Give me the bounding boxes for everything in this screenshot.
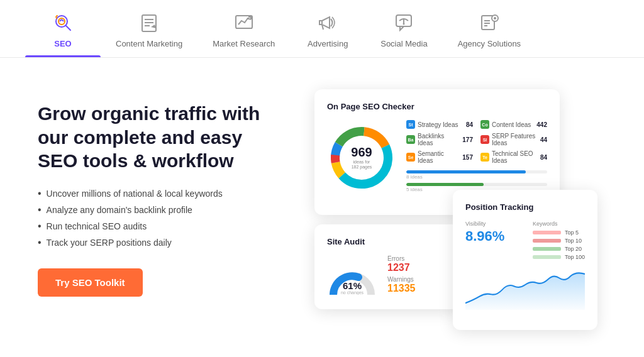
site-audit-title: Site Audit bbox=[327, 237, 447, 246]
area-chart bbox=[465, 266, 585, 310]
semantic-val: 157 bbox=[462, 154, 473, 161]
stat-content: Co Content Ideas 442 bbox=[480, 120, 547, 129]
audit-content: 61% no changes Errors 1237 Warnings 1133… bbox=[327, 255, 447, 297]
nav-item-advertising[interactable]: Advertising bbox=[290, 0, 365, 57]
stat-serp: SI SERP Features Ideas 44 bbox=[480, 133, 547, 146]
visibility-label: Visibility bbox=[465, 221, 504, 227]
svg-rect-9 bbox=[319, 21, 322, 25]
progress-bars: 8 ideas 5 ideas bbox=[406, 170, 547, 192]
content-badge: Co bbox=[480, 120, 489, 129]
semi-donut-chart: 61% no changes bbox=[327, 257, 377, 295]
donut-sub: ideas for182 pages bbox=[351, 160, 372, 170]
position-header: Visibility 8.96% Keywords Top 5 Top 10 bbox=[465, 221, 585, 262]
keywords-legend: Top 5 Top 10 Top 20 Top 100 bbox=[533, 229, 585, 260]
social-media-icon bbox=[392, 11, 415, 34]
stat-strategy: St Strategy Ideas 84 bbox=[406, 120, 473, 129]
feature-item-3: Run technical SEO audits bbox=[38, 221, 277, 232]
main-content: Grow organic traffic with our complete a… bbox=[0, 58, 644, 341]
serp-label: SERP Features Ideas bbox=[492, 133, 538, 146]
nav-item-market-research[interactable]: Market Research bbox=[197, 0, 290, 57]
legend-top20: Top 20 bbox=[565, 246, 582, 252]
nav-item-agency-solutions[interactable]: Agency Solutions bbox=[443, 0, 536, 57]
nav-label-market: Market Research bbox=[213, 39, 275, 48]
agency-solutions-icon bbox=[478, 11, 501, 34]
stats-grid: St Strategy Ideas 84 Co Content Ideas 44… bbox=[406, 120, 547, 164]
backlinks-val: 177 bbox=[462, 136, 473, 143]
technical-badge: Te bbox=[480, 153, 489, 162]
nav-label-seo: SEO bbox=[54, 39, 71, 48]
nav-label-agency: Agency Solutions bbox=[458, 39, 521, 48]
technical-val: 84 bbox=[540, 154, 547, 161]
feature-item-1: Uncover millions of national & local key… bbox=[38, 188, 277, 199]
audit-stats: Errors 1237 Warnings 11335 bbox=[387, 255, 416, 297]
legend-top10: Top 10 bbox=[565, 238, 582, 244]
content-marketing-icon bbox=[138, 11, 160, 34]
nav-label-advertising: Advertising bbox=[308, 39, 348, 48]
nav-item-social-media[interactable]: Social Media bbox=[365, 0, 442, 57]
nav-item-seo[interactable]: SEO bbox=[25, 0, 101, 57]
strategy-badge: St bbox=[406, 120, 415, 129]
seo-icon bbox=[52, 11, 74, 34]
serp-badge: SI bbox=[480, 135, 489, 144]
feature-item-4: Track your SERP positions daily bbox=[38, 237, 277, 248]
hero-section: Grow organic traffic with our complete a… bbox=[38, 89, 277, 297]
hero-headline: Grow organic traffic with our complete a… bbox=[38, 102, 277, 173]
legend-top100: Top 100 bbox=[565, 254, 585, 260]
site-audit-card: Site Audit 61% no changes bbox=[314, 224, 459, 309]
content-val: 442 bbox=[536, 121, 547, 128]
cta-button[interactable]: Try SEO Toolkit bbox=[38, 268, 143, 297]
position-tracking-title: Position Tracking bbox=[465, 202, 585, 212]
keywords-label: Keywords bbox=[533, 221, 585, 227]
advertising-icon bbox=[316, 11, 339, 34]
serp-val: 44 bbox=[540, 136, 547, 143]
svg-line-1 bbox=[66, 26, 70, 30]
legend-top5: Top 5 bbox=[565, 229, 579, 236]
feature-item-2: Analyze any domain's backlink profile bbox=[38, 204, 277, 216]
technical-label: Technical SEO Ideas bbox=[492, 150, 538, 164]
position-tracking-card: Position Tracking Visibility 8.96% Keywo… bbox=[453, 190, 597, 330]
svg-point-13 bbox=[403, 23, 405, 25]
donut-chart: 969 ideas for182 pages bbox=[327, 123, 396, 192]
navigation: SEO Content Marketing Market Research bbox=[0, 0, 644, 58]
nav-item-content-marketing[interactable]: Content Marketing bbox=[101, 0, 197, 57]
strategy-val: 84 bbox=[466, 121, 473, 128]
audit-sub: no changes bbox=[341, 290, 364, 295]
seo-checker-title: On Page SEO Checker bbox=[327, 102, 547, 111]
stat-technical: Te Technical SEO Ideas 84 bbox=[480, 150, 547, 164]
nav-label-content: Content Marketing bbox=[116, 39, 182, 48]
audit-errors: Errors 1237 bbox=[387, 255, 416, 273]
market-research-icon bbox=[233, 11, 255, 34]
stat-semantic: Se Semantic Ideas 157 bbox=[406, 150, 473, 164]
content-label: Content Ideas bbox=[492, 121, 534, 128]
donut-number: 969 bbox=[351, 146, 372, 158]
semantic-label: Semantic Ideas bbox=[418, 150, 460, 164]
backlinks-label: Backlinks Ideas bbox=[418, 133, 460, 146]
stat-backlinks: Ba Backlinks Ideas 177 bbox=[406, 133, 473, 146]
semantic-badge: Se bbox=[406, 153, 415, 162]
audit-warnings: Warnings 11335 bbox=[387, 276, 416, 294]
backlinks-badge: Ba bbox=[406, 135, 415, 144]
widget-area: On Page SEO Checker bbox=[314, 89, 606, 322]
visibility-value: 8.96% bbox=[465, 228, 504, 244]
feature-list: Uncover millions of national & local key… bbox=[38, 188, 277, 248]
strategy-label: Strategy Ideas bbox=[418, 121, 464, 128]
audit-pct: 61% bbox=[341, 281, 364, 290]
nav-label-social: Social Media bbox=[380, 39, 427, 48]
